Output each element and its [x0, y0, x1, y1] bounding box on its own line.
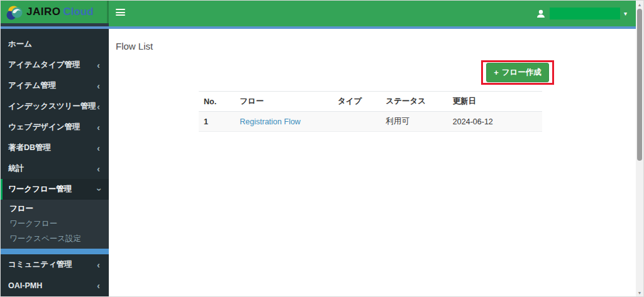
sidebar-item-community-management[interactable]: コミュニティ管理 ‹	[1, 254, 109, 275]
submenu-active-indicator-bar	[1, 249, 109, 254]
chevron-left-icon: ‹	[97, 123, 100, 132]
table-header-row: No. フロー タイプ ステータス 更新日	[199, 92, 542, 112]
sidebar-nav: ホーム アイテムタイプ管理 ‹ アイテム管理 ‹ インデックスツリー管理 ‹ ウ…	[1, 29, 109, 297]
sidebar-item-webdesign-management[interactable]: ウェブデザイン管理 ‹	[1, 117, 109, 138]
scroll-down-icon[interactable]: ▼	[636, 289, 643, 297]
column-header-updated: 更新日	[448, 92, 542, 112]
jairo-logo-icon	[6, 3, 23, 21]
chevron-left-icon: ‹	[97, 144, 100, 153]
column-header-status: ステータス	[380, 92, 447, 112]
brand-name: JAIRO	[26, 6, 60, 18]
brand-logo[interactable]: JAIRO Cloud	[1, 1, 109, 23]
cell-no: 1	[199, 112, 235, 132]
chevron-left-icon: ‹	[97, 102, 100, 111]
cell-flow: Registration Flow	[235, 112, 333, 132]
user-name-redacted	[550, 8, 620, 19]
user-person-icon	[536, 9, 546, 19]
brand-suffix: Cloud	[63, 6, 93, 18]
flow-name-link[interactable]: Registration Flow	[240, 117, 301, 126]
submenu-item-workspace-settings[interactable]: ワークスペース設定	[1, 231, 109, 246]
chevron-left-icon: ‹	[97, 82, 100, 90]
chevron-down-icon: ‹	[94, 188, 103, 191]
sidebar-item-oai-pmh[interactable]: OAI-PMH ‹	[1, 275, 109, 296]
app-window: JAIRO Cloud ▾ ホーム アイテムタイプ管理 ‹ アイテム管理 ‹	[0, 0, 644, 297]
chevron-left-icon: ‹	[97, 261, 100, 269]
user-menu[interactable]: ▾	[536, 1, 627, 26]
hamburger-menu-icon[interactable]	[116, 9, 125, 17]
sidebar-item-indextree-management[interactable]: インデックスツリー管理 ‹	[1, 96, 109, 117]
sidebar-item-itemtype-management[interactable]: アイテムタイプ管理 ‹	[1, 55, 109, 75]
submenu-item-workflow[interactable]: ワークフロー	[1, 216, 109, 231]
sidebar-item-authordb-management[interactable]: 著者DB管理 ‹	[1, 138, 109, 158]
caret-down-icon[interactable]: ▾	[624, 11, 627, 17]
vertical-scrollbar[interactable]: ▲ ▼	[636, 1, 643, 297]
workflow-submenu: フロー ワークフロー ワークスペース設定	[1, 200, 109, 254]
cell-type	[333, 112, 380, 132]
sidebar-item-statistics[interactable]: 統計 ‹	[1, 158, 109, 179]
sidebar-item-item-management[interactable]: アイテム管理 ‹	[1, 75, 109, 96]
sidebar-item-home[interactable]: ホーム	[1, 34, 109, 55]
chevron-left-icon: ‹	[97, 165, 100, 173]
cell-status: 利用可	[380, 112, 447, 132]
sidebar-item-workflow-management[interactable]: ワークフロー管理 ‹	[1, 179, 109, 200]
page-title: Flow List	[116, 41, 153, 51]
column-header-no: No.	[199, 92, 235, 112]
column-header-flow: フロー	[235, 92, 333, 112]
plus-icon: +	[494, 68, 499, 77]
annotation-highlight-box: + フロー作成	[481, 60, 554, 85]
submenu-item-flow[interactable]: フロー	[1, 201, 109, 216]
flow-list-table: No. フロー タイプ ステータス 更新日 1 Registration Flo…	[199, 91, 542, 132]
chevron-left-icon: ‹	[97, 281, 100, 290]
scroll-up-icon[interactable]: ▲	[636, 1, 643, 9]
top-navbar: JAIRO Cloud ▾	[1, 1, 637, 26]
table-row: 1 Registration Flow 利用可 2024-06-12	[199, 112, 542, 132]
chevron-left-icon: ‹	[97, 61, 100, 70]
scrollbar-thumb[interactable]	[637, 9, 642, 161]
cell-updated: 2024-06-12	[448, 112, 542, 132]
column-header-type: タイプ	[333, 92, 380, 112]
create-flow-button[interactable]: + フロー作成	[486, 63, 549, 82]
